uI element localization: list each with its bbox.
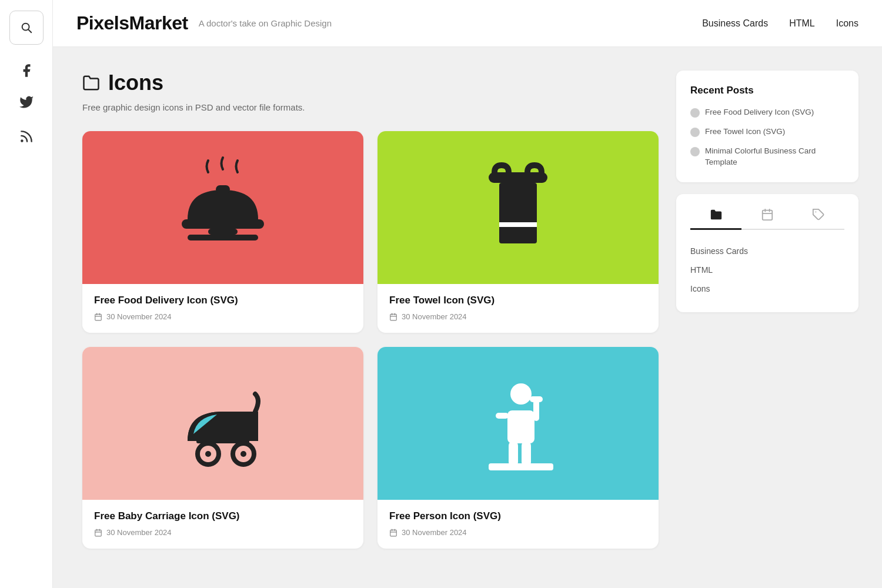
search-button[interactable] xyxy=(9,11,44,45)
svg-rect-35 xyxy=(509,441,518,467)
card-body-baby: Free Baby Carriage Icon (SVG) 30 Novembe… xyxy=(82,500,363,549)
recent-post-text-1: Free Food Delivery Icon (SVG) xyxy=(705,107,814,118)
category-icons[interactable]: Icons xyxy=(690,279,844,298)
tab-folder-icon xyxy=(710,208,723,221)
post-dot-3 xyxy=(690,147,700,156)
svg-rect-4 xyxy=(182,219,264,229)
left-sidebar xyxy=(0,0,53,588)
recent-posts-title: Recent Posts xyxy=(690,85,844,96)
svg-line-1 xyxy=(28,29,31,32)
card-date-text-towel: 30 November 2024 xyxy=(402,312,467,321)
card-image-towel xyxy=(377,131,659,284)
svg-rect-17 xyxy=(390,314,397,320)
svg-rect-5 xyxy=(208,229,238,235)
card-body-person: Free Person Icon (SVG) 30 November 2024 xyxy=(377,500,659,549)
card-image-baby xyxy=(82,347,363,500)
card-date-baby: 30 November 2024 xyxy=(94,528,352,537)
card-date-text-food-delivery: 30 November 2024 xyxy=(106,312,172,321)
svg-point-30 xyxy=(510,383,532,405)
category-list: Business Cards HTML Icons xyxy=(690,242,844,298)
card-image-person xyxy=(377,347,659,500)
card-title-person: Free Person Icon (SVG) xyxy=(389,510,647,522)
svg-rect-31 xyxy=(507,410,534,443)
nav-html[interactable]: HTML xyxy=(789,18,815,29)
card-title-baby: Free Baby Carriage Icon (SVG) xyxy=(94,510,352,522)
recent-post-text-2: Free Towel Icon (SVG) xyxy=(705,126,785,138)
svg-rect-3 xyxy=(216,185,230,193)
post-dot-2 xyxy=(690,128,700,137)
card-date-text-baby: 30 November 2024 xyxy=(106,528,172,537)
card-body-towel: Free Towel Icon (SVG) 30 November 2024 xyxy=(377,284,659,333)
rss-icon[interactable] xyxy=(18,128,35,145)
svg-rect-36 xyxy=(522,441,531,467)
card-date-food-delivery: 30 November 2024 xyxy=(94,312,352,321)
calendar-icon-2 xyxy=(389,313,397,321)
search-icon xyxy=(20,21,33,34)
main-col: Icons Free graphic design icons in PSD a… xyxy=(82,71,659,564)
content-area: Icons Free graphic design icons in PSD a… xyxy=(53,47,882,588)
page-subtitle: Free graphic design icons in PSD and vec… xyxy=(82,102,659,112)
card-date-text-person: 30 November 2024 xyxy=(402,528,467,537)
svg-rect-14 xyxy=(499,222,537,227)
svg-rect-11 xyxy=(489,172,547,183)
svg-rect-34 xyxy=(530,396,543,402)
person-svg xyxy=(459,370,577,476)
categories-widget: Business Cards HTML Icons xyxy=(676,194,858,312)
facebook-icon[interactable] xyxy=(18,62,35,79)
card-title-towel: Free Towel Icon (SVG) xyxy=(389,295,647,306)
social-icons xyxy=(18,62,35,145)
nav-business-cards[interactable]: Business Cards xyxy=(702,18,768,29)
widget-tabs xyxy=(690,208,844,230)
svg-point-25 xyxy=(240,451,246,457)
right-sidebar: Recent Posts Free Food Delivery Icon (SV… xyxy=(676,71,858,564)
card-baby[interactable]: Free Baby Carriage Icon (SVG) 30 Novembe… xyxy=(82,347,363,549)
tab-folder[interactable] xyxy=(690,208,741,230)
category-html[interactable]: HTML xyxy=(690,260,844,279)
page-header: Icons xyxy=(82,71,659,95)
calendar-icon-3 xyxy=(94,529,102,537)
category-business-cards[interactable]: Business Cards xyxy=(690,242,844,260)
svg-rect-42 xyxy=(763,210,773,220)
svg-rect-6 xyxy=(188,235,258,240)
svg-rect-38 xyxy=(390,530,397,536)
nav-links: Business Cards HTML Icons xyxy=(702,18,858,29)
card-date-towel: 30 November 2024 xyxy=(389,312,647,321)
tab-calendar[interactable] xyxy=(741,208,793,230)
food-delivery-svg xyxy=(164,155,282,260)
card-image-food-delivery xyxy=(82,131,363,284)
card-body-food-delivery: Free Food Delivery Icon (SVG) 30 Novembe… xyxy=(82,284,363,333)
svg-rect-26 xyxy=(95,530,102,536)
recent-post-1[interactable]: Free Food Delivery Icon (SVG) xyxy=(690,107,844,118)
main-wrapper: PixelsMarket A doctor's take on Graphic … xyxy=(53,0,882,588)
site-tagline: A doctor's take on Graphic Design xyxy=(199,18,332,28)
svg-rect-7 xyxy=(95,314,102,320)
recent-posts-widget: Recent Posts Free Food Delivery Icon (SV… xyxy=(676,71,858,182)
svg-rect-33 xyxy=(533,400,539,421)
baby-svg xyxy=(164,370,282,476)
svg-rect-15 xyxy=(499,227,537,232)
towel-svg xyxy=(459,155,577,260)
twitter-icon[interactable] xyxy=(18,95,35,112)
card-food-delivery[interactable]: Free Food Delivery Icon (SVG) 30 Novembe… xyxy=(82,131,363,333)
svg-rect-37 xyxy=(489,463,553,470)
recent-post-3[interactable]: Minimal Colorful Business Card Template xyxy=(690,146,844,168)
card-person[interactable]: Free Person Icon (SVG) 30 November 2024 xyxy=(377,347,659,549)
card-date-person: 30 November 2024 xyxy=(389,528,647,537)
svg-rect-16 xyxy=(499,232,537,243)
tab-tag-icon xyxy=(812,208,825,221)
calendar-icon xyxy=(94,313,102,321)
page-title: Icons xyxy=(108,71,163,95)
tab-calendar-icon xyxy=(761,208,774,221)
cards-grid: Free Food Delivery Icon (SVG) 30 Novembe… xyxy=(82,131,659,549)
svg-point-23 xyxy=(205,451,211,457)
svg-point-2 xyxy=(21,141,22,142)
calendar-icon-4 xyxy=(389,529,397,537)
site-title: PixelsMarket xyxy=(76,12,188,34)
card-towel[interactable]: Free Towel Icon (SVG) 30 November 2024 xyxy=(377,131,659,333)
recent-post-2[interactable]: Free Towel Icon (SVG) xyxy=(690,126,844,138)
svg-rect-32 xyxy=(496,413,509,419)
nav-icons[interactable]: Icons xyxy=(836,18,858,29)
top-nav: PixelsMarket A doctor's take on Graphic … xyxy=(53,0,882,47)
recent-post-text-3: Minimal Colorful Business Card Template xyxy=(705,146,844,168)
tab-tag[interactable] xyxy=(793,208,844,230)
